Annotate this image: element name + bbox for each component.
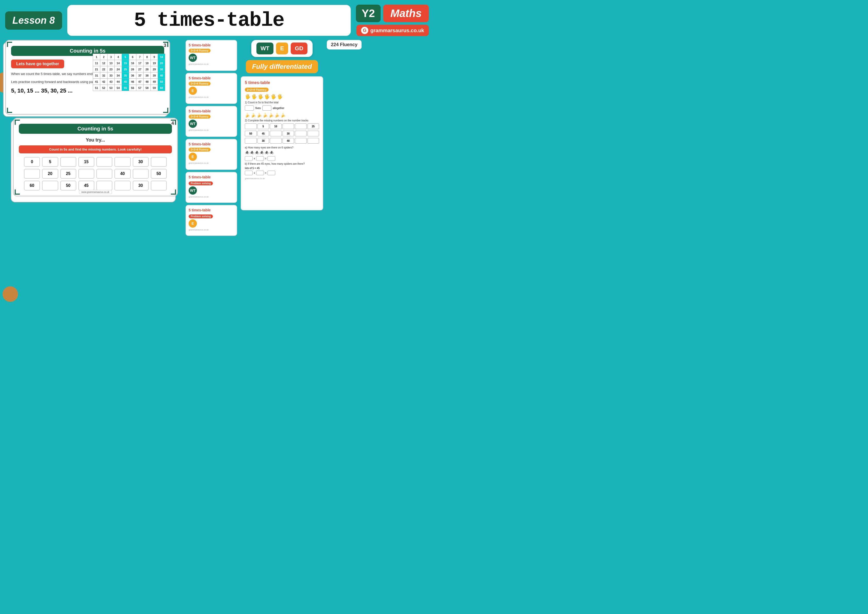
num-box: 15 [78,157,95,167]
spider-icon: 🕷️ [255,150,259,155]
fluency-badge-1: 2+2=4 Fluency [189,49,211,53]
num-box[interactable] [96,169,112,178]
ws-title-2: 5 times-table [189,76,234,80]
lesson-badge: Lesson 8 [5,11,62,29]
ws-site-5: grammarsaurus.co.uk [189,195,234,198]
num-box[interactable] [151,157,167,167]
slide-2-heading: Counting in 5s [78,126,113,132]
fluency-badge-2: 2+2=4 Fluency [189,82,211,85]
worksheet-card-6: 5 times-table Problem solving E grammars… [186,205,237,236]
level-badge-wt-3: WT [189,119,197,128]
eq-box5[interactable] [256,171,264,175]
slide-number-1: 3 [164,43,166,48]
hundred-grid: 12345678910 11121314151617181920 2122232… [93,54,165,91]
track-box[interactable] [295,138,307,144]
num-box[interactable] [78,169,95,178]
main-content: 3 Counting in 5s Lets have go together W… [0,40,434,236]
track-box[interactable] [307,138,319,144]
problem-badge-6: Problem solving [189,214,213,218]
equals-sign: = [265,157,267,160]
worksheet-card-5: 5 times-table Problem solving WT grammar… [186,172,237,203]
spider-icon: 🕷️ [269,150,274,155]
track-box: 45 [257,131,269,136]
banana-icon: 🍌 [257,113,262,118]
banana-icon: 🍌 [251,113,256,118]
num-box[interactable] [115,157,130,167]
fives-input[interactable] [245,105,254,110]
track-box[interactable] [270,138,282,144]
number-track-1: 5 10 25 [245,124,319,129]
track-box[interactable] [282,124,294,129]
number-track-2: 50 45 30 [245,131,319,136]
slides-area: 3 Counting in 5s Lets have go together W… [5,40,180,236]
eq-box6[interactable] [268,171,275,175]
right-extra: 224 Fluency [327,40,361,50]
eq-box2[interactable] [256,156,264,161]
track-box[interactable] [270,131,282,136]
num-box[interactable] [96,157,112,167]
fluency-count: 224 Fluency [331,42,358,47]
corner-tl [7,42,12,47]
fives-label: fives [256,107,261,110]
slide-2-header: Counting in 5s [19,124,172,134]
track-box[interactable] [245,138,257,144]
spider-eq-row: × = [245,156,319,161]
instruction-bar: Count in 5s and find the missing numbers… [19,146,172,154]
spider-icons: 🕷️ 🕷️ 🕷️ 🕷️ 🕷️ 🕷️ [245,150,319,155]
fluency-badge-4: 2+2=4 Fluency [189,148,211,152]
decoration-circle-2 [3,286,18,302]
worksheet-card-1: 5 times-table 2+2=4 Fluency WT grammarsa… [186,40,237,71]
track-box[interactable] [295,131,307,136]
num-box[interactable] [24,169,40,178]
worksheet-stack: 5 times-table 2+2=4 Fluency WT grammarsa… [186,40,237,236]
corner-bl [7,108,12,113]
slide-2: 4 Counting in 5s You try... Count in 5s … [13,118,178,197]
num-box[interactable] [133,169,149,178]
title-box: 5 times-table [67,5,351,36]
track-box: 25 [307,124,319,129]
grammar-icon: G [361,27,368,34]
fully-differentiated-banner: Fully differentiated [246,60,318,73]
level-badge-wt-5: WT [189,186,197,195]
altogether-input[interactable] [262,105,271,110]
track-box[interactable] [295,124,307,129]
num-box[interactable] [151,181,167,191]
num-box[interactable] [96,181,112,191]
slide-1-heading: Counting in 5s [70,48,106,54]
equals-sign-2: = [265,172,267,175]
lws-q2: 2) Complete the missing numbers on the n… [245,119,319,122]
lws-title: 5 times-table [245,81,319,85]
hand-icon: 🖐️ [264,94,270,99]
track-box[interactable] [307,131,319,136]
header: Lesson 8 5 times-table Y2 Maths G gramma… [0,0,434,39]
num-box: 40 [115,169,130,178]
track-box: 30 [257,138,269,144]
banana-icon: 🍌 [245,113,250,118]
track-box: 5 [257,124,269,129]
track-box[interactable] [245,124,257,129]
spider-eq-row-2: × = [245,171,319,175]
grammar-url: grammarsaurus.co.uk [370,28,424,34]
maths-badge: Maths [383,5,429,22]
num-box: 50 [151,169,167,178]
lets-have-go-button[interactable]: Lets have go together [11,59,64,68]
lws-q3b: b) If there are 45 eyes, how many spider… [245,163,319,165]
num-box: 5 [42,157,58,167]
ws-title-6: 5 times-table [189,208,234,212]
num-box[interactable] [60,157,76,167]
number-track-3: 30 40 [245,138,319,144]
lots-of-label: lots of 5 = 45 [245,167,319,170]
num-box: 45 [78,181,95,191]
slide-2-footer: www.grammarsaurus.co.uk [79,190,112,194]
hand-icon: 🖐️ [271,94,276,99]
year-maths-row: Y2 Maths [356,5,429,22]
eq-box1[interactable] [245,156,253,161]
eq-box3[interactable] [268,156,275,161]
eq-box4[interactable] [245,171,253,175]
corner-tl-2 [15,119,20,125]
ws-site-2: grammarsaurus.co.uk [189,96,234,98]
e-diff-badge: E [276,42,288,54]
num-box[interactable] [115,181,130,191]
spider-icon: 🕷️ [245,150,249,155]
num-box[interactable] [42,181,58,191]
